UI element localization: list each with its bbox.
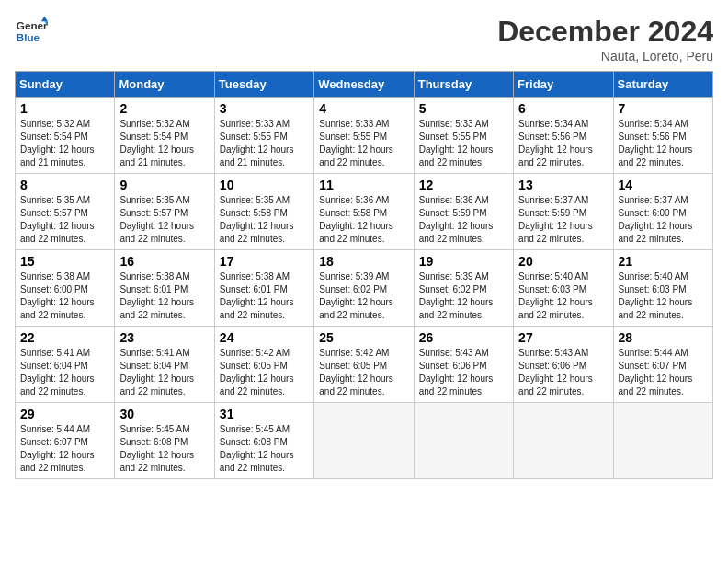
week-row-2: 8Sunrise: 5:35 AM Sunset: 5:57 PM Daylig… [16, 174, 713, 250]
day-info: Sunrise: 5:38 AM Sunset: 6:01 PM Dayligh… [119, 270, 209, 322]
day-info: Sunrise: 5:41 AM Sunset: 6:04 PM Dayligh… [20, 347, 109, 398]
day-info: Sunrise: 5:34 AM Sunset: 5:56 PM Dayligh… [619, 118, 708, 169]
day-info: Sunrise: 5:44 AM Sunset: 6:07 PM Dayligh… [20, 423, 109, 475]
day-number: 14 [619, 178, 708, 192]
day-number: 31 [220, 407, 309, 421]
day-cell: 22Sunrise: 5:41 AM Sunset: 6:04 PM Dayli… [16, 327, 115, 403]
day-cell: 5Sunrise: 5:33 AM Sunset: 5:55 PM Daylig… [414, 98, 513, 174]
day-cell: 13Sunrise: 5:37 AM Sunset: 5:59 PM Dayli… [514, 174, 613, 250]
day-info: Sunrise: 5:33 AM Sunset: 5:55 PM Dayligh… [419, 118, 508, 169]
day-cell: 14Sunrise: 5:37 AM Sunset: 6:00 PM Dayli… [613, 174, 712, 250]
day-number: 12 [419, 178, 508, 192]
day-header-monday: Monday [115, 72, 214, 98]
day-cell: 15Sunrise: 5:38 AM Sunset: 6:00 PM Dayli… [16, 250, 115, 327]
day-number: 24 [220, 330, 309, 345]
day-cell: 27Sunrise: 5:43 AM Sunset: 6:06 PM Dayli… [514, 327, 613, 403]
day-cell: 10Sunrise: 5:35 AM Sunset: 5:58 PM Dayli… [214, 174, 313, 250]
week-row-5: 29Sunrise: 5:44 AM Sunset: 6:07 PM Dayli… [16, 403, 713, 479]
logo: General Blue [15, 15, 48, 48]
day-info: Sunrise: 5:39 AM Sunset: 6:02 PM Dayligh… [419, 270, 508, 322]
day-info: Sunrise: 5:32 AM Sunset: 5:54 PM Dayligh… [20, 118, 109, 169]
day-info: Sunrise: 5:40 AM Sunset: 6:03 PM Dayligh… [619, 270, 708, 322]
day-cell: 8Sunrise: 5:35 AM Sunset: 5:57 PM Daylig… [16, 174, 115, 250]
day-info: Sunrise: 5:37 AM Sunset: 5:59 PM Dayligh… [518, 194, 608, 246]
day-number: 20 [518, 254, 608, 269]
day-number: 8 [20, 178, 109, 192]
calendar-table: SundayMondayTuesdayWednesdayThursdayFrid… [15, 71, 713, 479]
day-number: 19 [419, 254, 508, 269]
day-cell: 26Sunrise: 5:43 AM Sunset: 6:06 PM Dayli… [414, 327, 513, 403]
day-info: Sunrise: 5:44 AM Sunset: 6:07 PM Dayligh… [619, 347, 708, 398]
day-info: Sunrise: 5:35 AM Sunset: 5:57 PM Dayligh… [20, 194, 109, 246]
day-cell: 30Sunrise: 5:45 AM Sunset: 6:08 PM Dayli… [115, 403, 214, 479]
week-row-4: 22Sunrise: 5:41 AM Sunset: 6:04 PM Dayli… [16, 327, 713, 403]
day-header-wednesday: Wednesday [314, 72, 414, 98]
day-info: Sunrise: 5:33 AM Sunset: 5:55 PM Dayligh… [220, 118, 309, 169]
day-cell: 17Sunrise: 5:38 AM Sunset: 6:01 PM Dayli… [214, 250, 313, 327]
day-number: 9 [119, 178, 209, 192]
day-info: Sunrise: 5:35 AM Sunset: 5:57 PM Dayligh… [119, 194, 209, 246]
day-info: Sunrise: 5:38 AM Sunset: 6:00 PM Dayligh… [20, 270, 109, 322]
day-info: Sunrise: 5:37 AM Sunset: 6:00 PM Dayligh… [619, 194, 708, 246]
day-info: Sunrise: 5:33 AM Sunset: 5:55 PM Dayligh… [319, 118, 408, 169]
day-info: Sunrise: 5:42 AM Sunset: 6:05 PM Dayligh… [319, 347, 408, 398]
day-number: 22 [20, 330, 109, 345]
day-info: Sunrise: 5:36 AM Sunset: 5:59 PM Dayligh… [419, 194, 508, 246]
day-cell [314, 403, 414, 479]
day-info: Sunrise: 5:34 AM Sunset: 5:56 PM Dayligh… [518, 118, 608, 169]
day-info: Sunrise: 5:43 AM Sunset: 6:06 PM Dayligh… [419, 347, 508, 398]
day-number: 30 [119, 407, 209, 421]
day-number: 7 [619, 101, 708, 116]
day-number: 18 [319, 254, 408, 269]
day-header-thursday: Thursday [414, 72, 513, 98]
day-number: 2 [119, 101, 209, 116]
week-row-3: 15Sunrise: 5:38 AM Sunset: 6:00 PM Dayli… [16, 250, 713, 327]
day-cell: 20Sunrise: 5:40 AM Sunset: 6:03 PM Dayli… [514, 250, 613, 327]
day-cell [613, 403, 712, 479]
day-number: 27 [518, 330, 608, 345]
day-cell: 6Sunrise: 5:34 AM Sunset: 5:56 PM Daylig… [514, 98, 613, 174]
day-number: 21 [619, 254, 708, 269]
day-number: 1 [20, 101, 109, 116]
day-number: 6 [518, 101, 608, 116]
title-area: December 2024 Nauta, Loreto, Peru [497, 15, 713, 63]
day-cell: 2Sunrise: 5:32 AM Sunset: 5:54 PM Daylig… [115, 98, 214, 174]
day-number: 23 [119, 330, 209, 345]
day-info: Sunrise: 5:43 AM Sunset: 6:06 PM Dayligh… [518, 347, 608, 398]
day-header-friday: Friday [514, 72, 613, 98]
day-header-saturday: Saturday [613, 72, 712, 98]
day-cell: 28Sunrise: 5:44 AM Sunset: 6:07 PM Dayli… [613, 327, 712, 403]
day-info: Sunrise: 5:42 AM Sunset: 6:05 PM Dayligh… [220, 347, 309, 398]
day-cell: 16Sunrise: 5:38 AM Sunset: 6:01 PM Dayli… [115, 250, 214, 327]
day-cell: 1Sunrise: 5:32 AM Sunset: 5:54 PM Daylig… [16, 98, 115, 174]
day-header-tuesday: Tuesday [214, 72, 313, 98]
day-number: 11 [319, 178, 408, 192]
day-cell: 18Sunrise: 5:39 AM Sunset: 6:02 PM Dayli… [314, 250, 414, 327]
svg-text:Blue: Blue [17, 31, 40, 43]
day-number: 16 [119, 254, 209, 269]
day-number: 5 [419, 101, 508, 116]
day-cell: 3Sunrise: 5:33 AM Sunset: 5:55 PM Daylig… [214, 98, 313, 174]
day-info: Sunrise: 5:45 AM Sunset: 6:08 PM Dayligh… [220, 423, 309, 475]
day-number: 28 [619, 330, 708, 345]
day-info: Sunrise: 5:35 AM Sunset: 5:58 PM Dayligh… [220, 194, 309, 246]
day-cell: 11Sunrise: 5:36 AM Sunset: 5:58 PM Dayli… [314, 174, 414, 250]
days-header-row: SundayMondayTuesdayWednesdayThursdayFrid… [16, 72, 713, 98]
day-info: Sunrise: 5:45 AM Sunset: 6:08 PM Dayligh… [119, 423, 209, 475]
day-number: 13 [518, 178, 608, 192]
week-row-1: 1Sunrise: 5:32 AM Sunset: 5:54 PM Daylig… [16, 98, 713, 174]
day-cell: 29Sunrise: 5:44 AM Sunset: 6:07 PM Dayli… [16, 403, 115, 479]
day-number: 29 [20, 407, 109, 421]
day-cell: 12Sunrise: 5:36 AM Sunset: 5:59 PM Dayli… [414, 174, 513, 250]
header: General Blue December 2024 Nauta, Loreto… [15, 15, 713, 63]
day-number: 25 [319, 330, 408, 345]
subtitle: Nauta, Loreto, Peru [497, 49, 713, 63]
day-cell: 25Sunrise: 5:42 AM Sunset: 6:05 PM Dayli… [314, 327, 414, 403]
day-cell: 31Sunrise: 5:45 AM Sunset: 6:08 PM Dayli… [214, 403, 313, 479]
day-info: Sunrise: 5:36 AM Sunset: 5:58 PM Dayligh… [319, 194, 408, 246]
day-cell: 9Sunrise: 5:35 AM Sunset: 5:57 PM Daylig… [115, 174, 214, 250]
day-cell: 24Sunrise: 5:42 AM Sunset: 6:05 PM Dayli… [214, 327, 313, 403]
day-cell: 19Sunrise: 5:39 AM Sunset: 6:02 PM Dayli… [414, 250, 513, 327]
day-info: Sunrise: 5:32 AM Sunset: 5:54 PM Dayligh… [119, 118, 209, 169]
day-number: 10 [220, 178, 309, 192]
